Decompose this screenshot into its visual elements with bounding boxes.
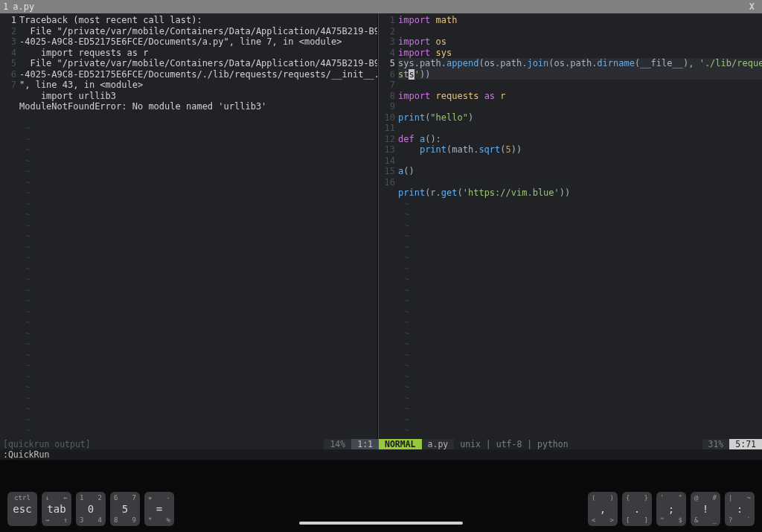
window-titlebar: 1 a.py X — [0, 0, 762, 13]
vim-mode: NORMAL — [379, 439, 422, 449]
quickrun-output[interactable]: Traceback (most recent call last): File … — [19, 15, 377, 439]
status-right: NORMAL a.py unix | utf-8 | python 31% 5:… — [379, 439, 762, 449]
buffer-index: 1 — [3, 1, 8, 12]
right-gutter: 12345678910111213141516 — [379, 15, 398, 436]
kbd-left-key-1[interactable]: ↓←tab→↑ — [42, 492, 71, 526]
right-status-fileinfo: unix | utf-8 | python — [454, 439, 702, 449]
left-status-label: [quickrun output] — [0, 439, 324, 449]
quickrun-output-pane[interactable]: 1234567 Traceback (most recent call last… — [0, 13, 377, 439]
close-icon[interactable]: X — [745, 1, 759, 12]
editor-split: 1234567 Traceback (most recent call last… — [0, 13, 762, 439]
kbd-left-key-3[interactable]: 67589 — [110, 492, 140, 526]
right-status-position: 5:71 — [729, 439, 762, 449]
kbd-left-key-0[interactable]: ctrlesc — [7, 492, 37, 526]
kbd-left-key-4[interactable]: +-=*% — [144, 492, 174, 526]
source-pane[interactable]: 12345678910111213141516 import math impo… — [379, 13, 762, 439]
left-status-percent: 14% — [324, 439, 351, 449]
status-bars: [quickrun output] 14% 1:1 NORMAL a.py un… — [0, 439, 762, 449]
kbd-left-key-2[interactable]: 12034 — [76, 492, 106, 526]
right-status-percent: 31% — [702, 439, 730, 449]
status-left: [quickrun output] 14% 1:1 — [0, 439, 379, 449]
right-status-filename: a.py — [422, 439, 455, 449]
buffer-filename: a.py — [13, 1, 34, 12]
kbd-right-key-4[interactable]: |~:?` — [725, 492, 755, 526]
home-indicator — [299, 522, 463, 525]
kbd-right-key-3[interactable]: @#!&_ — [691, 492, 720, 526]
kbd-right-key-0[interactable]: (),<> — [588, 492, 618, 526]
kbd-right-key-2[interactable]: '";^$ — [656, 492, 686, 526]
keyboard-accessory: ctrlesc↓←tab→↑1203467589+-=*% (),<>{}.[]… — [0, 460, 762, 532]
command-line[interactable]: :QuickRun — [0, 449, 762, 460]
source-code[interactable]: import math import osimport syssys.path.… — [398, 15, 762, 436]
left-gutter: 1234567 — [0, 15, 19, 439]
left-status-position: 1:1 — [351, 439, 379, 449]
kbd-right-key-1[interactable]: {}.[] — [622, 492, 652, 526]
